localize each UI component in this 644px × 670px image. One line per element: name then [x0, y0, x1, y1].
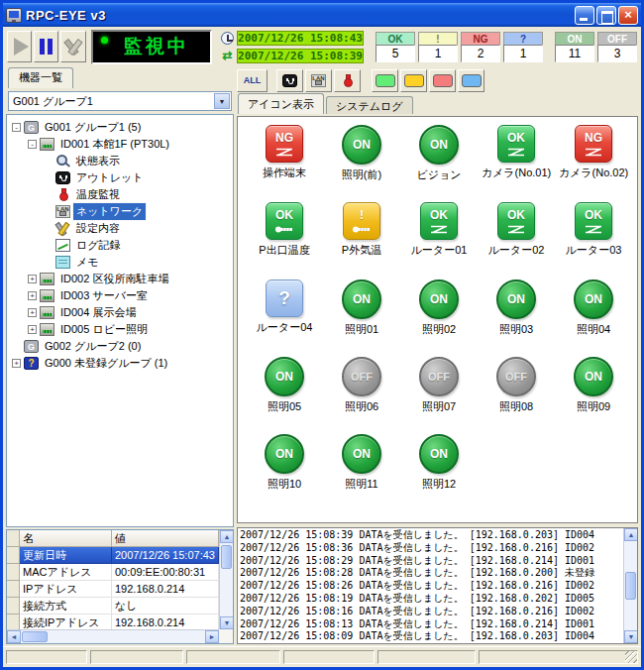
tree-expander[interactable]: + — [28, 308, 37, 317]
scroll-down-icon[interactable]: ▼ — [220, 616, 234, 629]
chevron-down-icon[interactable]: ▼ — [214, 93, 230, 109]
tree-expander[interactable]: - — [28, 140, 37, 149]
device-status-icon[interactable]: NG — [266, 125, 303, 163]
device-status-icon[interactable]: ON — [419, 125, 459, 165]
scroll-right-icon[interactable]: ► — [205, 630, 219, 643]
tree-expander[interactable]: + — [28, 275, 37, 283]
device-status-cell[interactable]: NG 操作端末 — [246, 125, 323, 202]
property-table-hscrollbar[interactable]: ◄ ► — [7, 629, 219, 643]
tree-item[interactable]: + ID004 展示会場 — [7, 304, 233, 321]
tree-item[interactable]: ログ記録 — [7, 237, 233, 254]
device-status-cell[interactable]: OK カメラ(No.01) — [478, 125, 555, 202]
maximize-button[interactable] — [596, 6, 616, 25]
tree-expander[interactable]: + — [28, 325, 37, 334]
filter-outlet-button[interactable] — [276, 69, 303, 92]
tree-item[interactable]: + ID002 区役所南駐車場 — [7, 271, 233, 287]
device-status-cell[interactable]: OK P出口温度 — [246, 202, 323, 279]
device-status-cell[interactable]: ON 照明05 — [246, 357, 323, 434]
device-status-icon[interactable]: OFF — [342, 357, 381, 396]
tree-item[interactable]: + ID005 ロビー照明 — [7, 321, 233, 338]
device-status-cell[interactable]: ON 照明04 — [555, 279, 632, 357]
device-status-cell[interactable]: ON 照明03 — [478, 279, 555, 357]
view-tab[interactable]: システムログ — [326, 96, 413, 114]
scrollbar-thumb[interactable] — [221, 545, 232, 569]
tree-item[interactable]: 設定内容 — [7, 220, 233, 237]
device-status-icon[interactable]: OK — [575, 202, 612, 240]
start-monitoring-button[interactable] — [7, 31, 32, 62]
tree-expander[interactable]: + — [28, 291, 37, 300]
tree-expander[interactable]: - — [12, 123, 21, 132]
device-status-cell[interactable]: OK ルーター03 — [555, 202, 632, 279]
tree-item[interactable]: アウトレット — [7, 169, 233, 186]
device-status-cell[interactable]: ! P外気温 — [323, 202, 400, 279]
device-status-icon[interactable]: OFF — [496, 357, 536, 396]
tree-item[interactable]: + ID003 サーバー室 — [7, 287, 233, 304]
device-status-icon[interactable]: ON — [342, 434, 381, 474]
device-status-icon[interactable]: OK — [497, 125, 535, 163]
device-status-icon[interactable]: ON — [419, 434, 459, 474]
device-status-icon[interactable]: OFF — [419, 357, 459, 396]
device-status-cell[interactable]: ON 照明09 — [555, 357, 632, 434]
device-status-icon[interactable]: ON — [574, 279, 613, 319]
device-status-icon[interactable]: ON — [342, 279, 381, 319]
device-status-icon[interactable]: OK — [497, 202, 535, 240]
device-status-cell[interactable]: ON ビジョン — [400, 125, 478, 202]
scrollbar-thumb[interactable] — [22, 631, 48, 642]
device-status-cell[interactable]: ON 照明12 — [400, 434, 478, 511]
device-status-cell[interactable]: ON 照明11 — [323, 434, 400, 511]
device-status-icon[interactable]: ON — [265, 434, 304, 474]
device-status-cell[interactable]: OK ルーター02 — [478, 202, 555, 279]
device-status-cell[interactable]: OFF 照明06 — [323, 357, 400, 434]
filter-blue-button[interactable] — [458, 69, 484, 92]
device-status-cell[interactable]: ON 照明02 — [400, 279, 478, 357]
close-button[interactable]: × — [618, 6, 638, 25]
filter-green-button[interactable] — [372, 69, 398, 92]
show-all-button[interactable]: ALL — [237, 69, 268, 92]
device-status-icon[interactable]: NG — [575, 125, 612, 163]
filter-red-button[interactable] — [429, 69, 456, 92]
device-status-cell[interactable]: ? ルーター04 — [246, 279, 323, 357]
device-status-icon[interactable]: ! — [343, 202, 380, 240]
settings-button[interactable] — [60, 31, 85, 62]
resize-grip[interactable] — [625, 651, 637, 663]
device-status-icon[interactable]: OK — [266, 202, 303, 240]
view-tab[interactable]: アイコン表示 — [238, 93, 324, 114]
device-status-icon[interactable]: ON — [574, 357, 613, 396]
property-table-vscrollbar[interactable]: ▲ ▼ — [219, 530, 233, 629]
device-status-icon[interactable]: ON — [342, 125, 381, 165]
tree-expander[interactable]: + — [12, 359, 21, 368]
filter-temperature-button[interactable] — [334, 69, 361, 92]
tab-device-list[interactable]: 機器一覧 — [8, 67, 73, 88]
group-select[interactable]: G001 グループ1 ▼ — [8, 91, 232, 111]
tree-item[interactable]: + G000 未登録グループ (1) — [7, 355, 233, 372]
filter-yellow-button[interactable] — [400, 69, 427, 92]
property-row[interactable]: 更新日時 2007/12/26 15:07:43 — [7, 547, 219, 564]
tree-item[interactable]: メモ — [7, 254, 233, 271]
title-bar[interactable]: RPC-EYE v3 × — [3, 3, 641, 27]
tree-item[interactable]: G002 グループ2 (0) — [7, 338, 233, 355]
device-status-cell[interactable]: ON 照明(前) — [323, 125, 400, 202]
device-status-cell[interactable]: ON 照明10 — [246, 434, 323, 511]
scrollbar-thumb[interactable] — [625, 572, 636, 600]
device-status-cell[interactable]: ON 照明01 — [323, 279, 400, 357]
property-row[interactable]: MACアドレス 00:09:EE:00:80:31 — [7, 564, 219, 581]
tree-item[interactable]: ネットワーク — [7, 203, 233, 220]
scroll-down-icon[interactable]: ▼ — [624, 630, 638, 643]
property-row[interactable]: IPアドレス 192.168.0.214 — [7, 581, 219, 598]
property-row[interactable]: 接続方式 なし — [7, 598, 219, 614]
log-vscrollbar[interactable]: ▲ ▼ — [623, 528, 637, 643]
device-status-icon[interactable]: ON — [419, 279, 459, 319]
scroll-left-icon[interactable]: ◄ — [7, 630, 21, 643]
tree-item[interactable]: - G001 グループ1 (5) — [7, 119, 233, 136]
device-status-cell[interactable]: OFF 照明07 — [400, 357, 478, 434]
scroll-up-icon[interactable]: ▲ — [624, 528, 638, 541]
pause-monitoring-button[interactable] — [34, 31, 58, 62]
scroll-up-icon[interactable]: ▲ — [220, 530, 234, 543]
device-status-icon[interactable]: ON — [496, 279, 536, 319]
device-status-icon[interactable]: ? — [266, 279, 303, 317]
device-status-cell[interactable]: OK ルーター01 — [400, 202, 478, 279]
system-log[interactable]: 2007/12/26 15:08:39 DATAを受信しました。 [192.16… — [237, 527, 638, 644]
device-status-icon[interactable]: ON — [265, 357, 304, 396]
device-status-cell[interactable]: NG カメラ(No.02) — [555, 125, 632, 202]
device-status-icon[interactable]: OK — [420, 202, 458, 240]
